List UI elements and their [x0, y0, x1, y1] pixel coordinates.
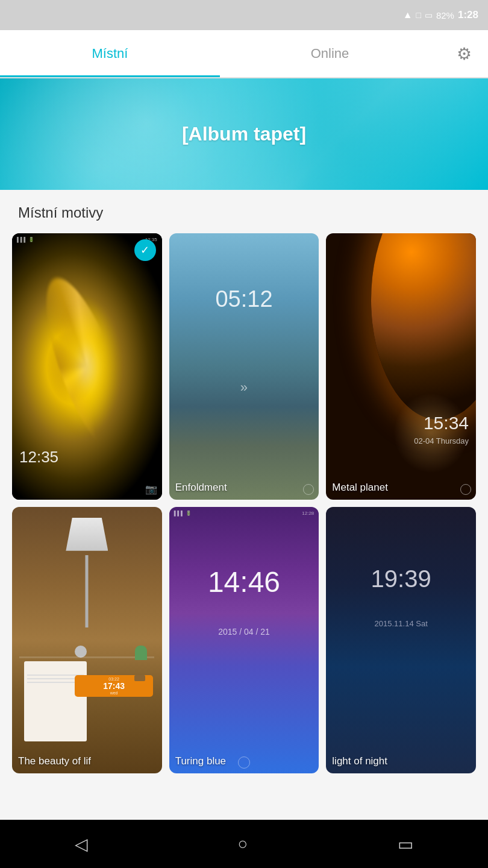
metal-time: 15:34 — [424, 413, 469, 433]
theme-item-metal-planet[interactable]: 15:34 02-04 Thursday Metal planet — [326, 233, 476, 500]
recents-button[interactable]: ▭ — [398, 834, 413, 854]
status-bar: ▲ □ ▭ 82% 1:28 — [0, 0, 488, 30]
turing-time: 14:46 — [169, 565, 319, 599]
theme-preview-enfoldment: 05:12 » Enfoldment — [169, 233, 319, 500]
theme-item-turing[interactable]: ▌▌▌ 🔋 12:28 14:46 2015 / 04 / 21 Turing … — [169, 507, 319, 773]
theme-item-beauty[interactable]: 03:22 17:43 wed The beauty of lif — [12, 507, 162, 773]
metal-circle-icon — [460, 484, 471, 495]
night-date: 2015.11.14 Sat — [326, 619, 476, 628]
theme-preview-night: 19:39 2015.11.14 Sat light of night — [326, 507, 476, 773]
theme-clock-golden: 12:35 — [19, 448, 58, 467]
theme-item-enfoldment[interactable]: 05:12 » Enfoldment — [169, 233, 319, 500]
mini-signal-turing: ▌▌▌ 🔋 — [174, 511, 192, 516]
themes-grid: ▌▌▌ 🔋 12:35 ✓ 12:35 📷 05:12 » Enfoldment… — [0, 233, 488, 785]
theme-preview-beauty: 03:22 17:43 wed The beauty of lif — [12, 507, 162, 773]
gear-icon: ⚙ — [457, 44, 472, 64]
turing-circle — [238, 756, 250, 769]
lamp-shade — [66, 518, 108, 551]
selected-badge: ✓ — [134, 239, 156, 261]
plant — [135, 646, 147, 660]
album-banner-title: [Album tapet] — [182, 123, 306, 145]
battery-percent: 82% — [436, 10, 454, 20]
mini-time-turing: 12:28 — [302, 511, 314, 516]
section-title: Místní motivy — [0, 190, 488, 233]
theme-preview-metal: 15:34 02-04 Thursday Metal planet — [326, 233, 476, 500]
theme-label-metal: Metal planet — [326, 476, 476, 500]
wifi-icon: ▲ — [403, 10, 413, 20]
tab-online[interactable]: Online — [220, 30, 440, 77]
desk-surface — [19, 656, 154, 658]
status-icons: ▲ □ ▭ 82% 1:28 — [403, 9, 478, 21]
album-banner[interactable]: [Album tapet] — [0, 78, 488, 190]
back-button[interactable]: ◁ — [75, 834, 88, 854]
theme-preview-turing: ▌▌▌ 🔋 12:28 14:46 2015 / 04 / 21 Turing … — [169, 507, 319, 773]
battery-icon: ▭ — [425, 10, 433, 20]
home-button[interactable]: ○ — [238, 834, 248, 854]
settings-button[interactable]: ⚙ — [440, 44, 488, 64]
theme-item-night[interactable]: 19:39 2015.11.14 Sat light of night — [326, 507, 476, 773]
theme-label-enfoldment: Enfoldment — [169, 476, 319, 500]
tab-local[interactable]: Místní — [0, 30, 220, 77]
theme-label-night: light of night — [326, 749, 476, 773]
enfoldment-time: 05:12 — [169, 286, 319, 312]
status-time: 1:28 — [458, 9, 478, 21]
plant-pot — [134, 675, 145, 681]
enfoldment-arrows: » — [169, 380, 319, 395]
bottom-nav: ◁ ○ ▭ — [0, 820, 488, 868]
sim-icon: □ — [416, 10, 421, 20]
lamp-stem — [86, 555, 89, 627]
night-time: 19:39 — [326, 565, 476, 593]
theme-item-golden-swirl[interactable]: ▌▌▌ 🔋 12:35 ✓ 12:35 📷 — [12, 233, 162, 500]
theme-preview-golden: ▌▌▌ 🔋 12:35 ✓ 12:35 📷 — [12, 233, 162, 500]
mini-signal: ▌▌▌ 🔋 — [17, 237, 34, 242]
camera-icon: 📷 — [145, 483, 157, 495]
tab-bar: Místní Online ⚙ — [0, 30, 488, 78]
metal-date: 02-04 Thursday — [414, 436, 469, 445]
planet-decoration — [371, 233, 476, 420]
theme-label-beauty: The beauty of lif — [12, 749, 162, 773]
turing-date: 2015 / 04 / 21 — [169, 627, 319, 637]
